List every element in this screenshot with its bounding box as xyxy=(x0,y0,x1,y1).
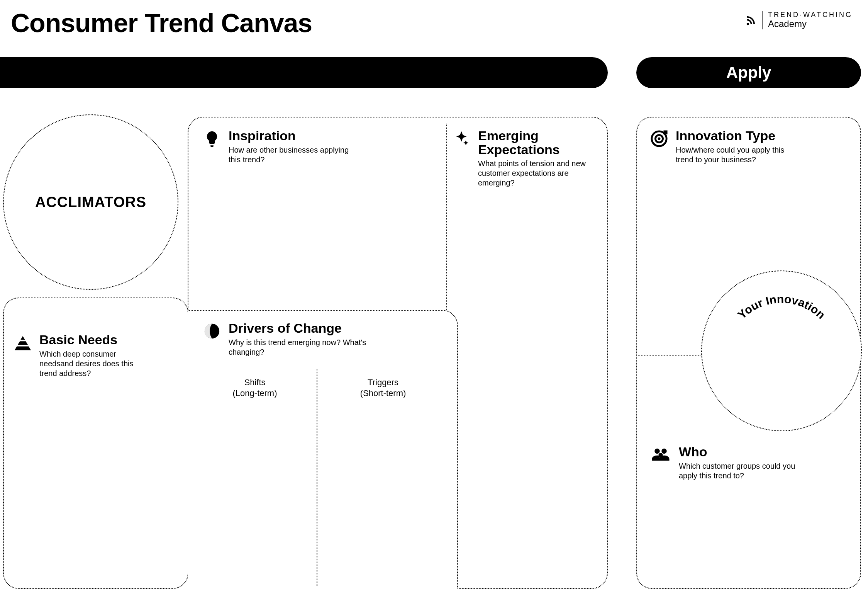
drivers-triggers-label: Triggers (Short-term) xyxy=(333,377,433,398)
page-title: Consumer Trend Canvas xyxy=(11,8,312,38)
brand-line-1: TREND·WATCHING xyxy=(768,11,853,19)
drivers-title: Drivers of Change xyxy=(229,321,391,335)
innovation-type-section: Innovation Type How/where could you appl… xyxy=(650,129,799,165)
apply-horizontal-divider xyxy=(636,355,702,356)
inspiration-sub: How are other businesses applying this t… xyxy=(229,145,352,165)
basic-needs-sub: Which deep consumer needsand desires doe… xyxy=(39,349,147,378)
inspiration-section: Inspiration How are other businesses app… xyxy=(203,129,352,165)
svg-point-5 xyxy=(658,138,661,140)
who-sub: Which customer groups could you apply th… xyxy=(679,461,802,481)
sparkle-icon xyxy=(453,130,470,148)
innovation-arc-label: Your Innovation xyxy=(724,287,839,345)
drivers-shifts-label: Shifts (Long-term) xyxy=(205,377,305,398)
apply-bar: Apply xyxy=(636,57,861,88)
expectations-section: Emerging Expectations What points of ten… xyxy=(453,129,594,188)
svg-text:Your Innovation: Your Innovation xyxy=(735,292,827,321)
brand-line-2: Academy xyxy=(768,19,853,29)
target-icon xyxy=(650,130,668,148)
expectations-title: Emerging Expectations xyxy=(478,129,594,156)
svg-text:Trend: Trend xyxy=(71,124,110,126)
people-icon xyxy=(650,446,671,467)
brand-divider xyxy=(762,11,763,29)
who-title: Who xyxy=(679,445,802,459)
innovation-type-title: Innovation Type xyxy=(676,129,799,143)
rss-icon xyxy=(745,14,757,26)
drivers-section: Drivers of Change Why is this trend emer… xyxy=(203,321,391,357)
basic-needs-title: Basic Needs xyxy=(39,333,147,347)
inspiration-title: Inspiration xyxy=(229,129,352,143)
expectations-sub: What points of tension and new customer … xyxy=(478,159,594,188)
trend-arc-label: Trend xyxy=(41,124,141,170)
trend-circle: Trend ACCLIMATORS xyxy=(3,114,178,290)
globe-icon xyxy=(203,322,221,340)
lightbulb-icon xyxy=(203,130,221,148)
innovation-type-sub: How/where could you apply this trend to … xyxy=(676,145,799,165)
innovation-circle: Your Innovation xyxy=(701,270,862,431)
pyramid-icon xyxy=(14,334,32,352)
brand-logo: TREND·WATCHING Academy xyxy=(745,11,853,29)
drivers-divider xyxy=(317,369,317,586)
analyze-bar xyxy=(0,57,608,88)
trend-name: ACCLIMATORS xyxy=(35,194,146,211)
basic-needs-section: Basic Needs Which deep consumer needsand… xyxy=(14,333,147,378)
drivers-sub: Why is this trend emerging now? What's c… xyxy=(229,338,391,357)
who-section: Who Which customer groups could you appl… xyxy=(650,445,802,481)
